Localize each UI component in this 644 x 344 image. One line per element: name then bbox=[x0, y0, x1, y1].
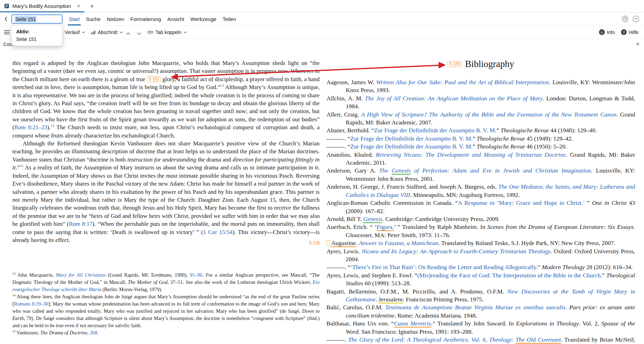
prev-page-button[interactable]: ‹ bbox=[623, 334, 625, 343]
menu-ansicht[interactable]: Ansicht bbox=[167, 12, 184, 25]
footnote-ref: 13 bbox=[12, 272, 15, 275]
link[interactable]: A High View of Scripture? The Authority … bbox=[361, 111, 616, 118]
text-run: The Drama of Doctrine bbox=[40, 330, 87, 335]
menu-suche[interactable]: Suche bbox=[86, 12, 101, 25]
text-run: Allchin, A. M. bbox=[326, 95, 365, 102]
toolbar-right-icons bbox=[622, 15, 639, 22]
text-run: Augustine bbox=[331, 240, 356, 246]
tab-link-dropdown[interactable]: Tab koppeln bbox=[147, 25, 187, 39]
link[interactable]: Nicaea and Its Legacy: An Approach to Fo… bbox=[362, 248, 550, 255]
link[interactable]: of Perfection: Adam and Eve in Jewish an… bbox=[411, 167, 591, 174]
bibliography-entry: Allert, Craig. A High View of Scripture?… bbox=[326, 111, 635, 127]
link[interactable]: (Mis)reading the Face of God: The Interp… bbox=[417, 272, 601, 279]
section-header-row: Conclusion × bbox=[0, 39, 644, 48]
tab-close-icon[interactable]: × bbox=[77, 3, 80, 9]
text-run: 60 (1999): 513–28. bbox=[363, 280, 411, 287]
link[interactable]: 268 bbox=[90, 330, 97, 335]
link[interactable]: Mary for All Christians bbox=[56, 272, 106, 278]
link[interactable]: Rom 8:17 bbox=[69, 221, 92, 227]
book-page: this regard is adopted by the Anglican t… bbox=[0, 48, 644, 344]
text-run: Vanhoozer, bbox=[15, 330, 40, 335]
link[interactable]: Genesis bbox=[363, 215, 382, 222]
text-run: Altaner, Berthold. “ bbox=[326, 127, 374, 134]
sync-icon[interactable] bbox=[622, 15, 629, 22]
text-run: ). bbox=[47, 124, 51, 131]
next-section-button[interactable] bbox=[137, 31, 141, 36]
text-run: 28 (2012): 616–34. bbox=[585, 264, 633, 270]
bars-icon bbox=[91, 30, 96, 35]
text-run: . Minneapolis, MN: Augsburg Fortress, 19… bbox=[410, 191, 520, 198]
collapse-toolbar-icon[interactable] bbox=[632, 15, 639, 22]
dropdown-item[interactable]: Seite 151 bbox=[12, 35, 62, 43]
footnote-ref[interactable]: 13 bbox=[220, 84, 224, 88]
footnote-ref[interactable]: 14 bbox=[51, 124, 54, 128]
link[interactable]: 1 Cor 15:54 bbox=[203, 229, 233, 235]
footnote: 14 Along these lines, the Anglican theol… bbox=[12, 293, 320, 329]
text-run: ———. “ bbox=[326, 135, 350, 142]
text-run: .” bbox=[15, 164, 20, 171]
page-marker[interactable]: S 225 bbox=[448, 61, 462, 67]
text-run: instruction for understanding bbox=[127, 156, 196, 163]
link[interactable]: Romans 8:29–30 bbox=[14, 301, 48, 307]
text-run: . bbox=[97, 330, 99, 335]
menu-start[interactable]: Start bbox=[69, 12, 80, 25]
back-button[interactable] bbox=[4, 16, 8, 23]
link[interactable]: Answer to Faustus, a Manichean bbox=[359, 240, 438, 246]
bibliography-entry: ———. “Zur Frage der Definibilität der As… bbox=[326, 135, 635, 143]
chevron-down-icon bbox=[82, 31, 85, 33]
link[interactable]: The Old Covenant bbox=[516, 336, 561, 343]
section-label: Abschnitt bbox=[98, 30, 118, 35]
link[interactable]: Casta Meretrix bbox=[394, 320, 431, 327]
bibliography-entry: Auerbach, Erich. “ ‘Figura.’ ” Translate… bbox=[326, 223, 635, 239]
previous-section-button[interactable] bbox=[126, 31, 130, 36]
bibliography-list: Aageson, James W. Written Also for Our S… bbox=[326, 78, 635, 344]
footnote-ref[interactable]: 15 bbox=[20, 164, 23, 168]
link[interactable]: Genesis bbox=[392, 167, 411, 174]
menu-notizen[interactable]: Notizen bbox=[107, 12, 124, 25]
link[interactable]: Written Also for Our Sake: Paul and the … bbox=[376, 79, 549, 86]
next-page-button[interactable]: › bbox=[632, 334, 635, 343]
link-icon bbox=[147, 29, 153, 35]
text-run: ]; Mary the woman whose predestination h… bbox=[12, 301, 320, 314]
link[interactable]: Zur Frage der Definibilität der Assumpti… bbox=[350, 135, 473, 142]
page-marker[interactable]: S 152 bbox=[147, 76, 161, 82]
document-tab[interactable]: Mary’s Bodily Assumption × bbox=[0, 0, 84, 12]
table-of-contents-icon[interactable] bbox=[4, 30, 10, 35]
bibliography-entry: ———. “Zur Frage der Definibilität der As… bbox=[326, 143, 635, 151]
link[interactable]: Figura. bbox=[377, 223, 394, 230]
menu-formatierung[interactable]: Formatierung bbox=[130, 12, 161, 25]
help-button[interactable]: ? Hilfe bbox=[621, 25, 638, 39]
link[interactable]: The Glory of the Lord: A Theological Aes… bbox=[348, 336, 516, 343]
link[interactable]: Rom 8:21–23 bbox=[14, 124, 47, 131]
locator-value: Seite 151 bbox=[15, 16, 36, 22]
link[interactable]: Zur Frage der Definibilität der Assumpti… bbox=[350, 143, 473, 150]
text-run: (Berlin: Morus-Verlag, 1979). bbox=[101, 287, 162, 292]
text-run: : Franciscan Printing Press, 1975. bbox=[402, 296, 483, 303]
text-run: John Macquarrie, bbox=[15, 272, 56, 278]
link[interactable]: Retrieving Nicaea: The Development and M… bbox=[376, 151, 566, 158]
link[interactable]: Zur Frage der Definibilität der Assumpti… bbox=[374, 127, 496, 134]
page-marker[interactable]: S 226 bbox=[326, 240, 330, 246]
panel-close-icon[interactable]: × bbox=[636, 41, 640, 48]
link[interactable]: ‘There’s Fire in That Rain’: On Reading … bbox=[350, 264, 536, 270]
page-left-column: this regard is adopted by the Anglican t… bbox=[12, 59, 320, 244]
text-run: Theologische Revue bbox=[477, 143, 525, 150]
menu-teilen[interactable]: Teilen bbox=[223, 12, 236, 25]
app-window: { "tab_bar": { "tab_title": "Mary’s Bodi… bbox=[0, 0, 644, 344]
link[interactable]: A Response to ‘Mary: Grace and Hope in C… bbox=[458, 199, 584, 206]
link[interactable]: Testimonia de Assumptione Beatae Virgini… bbox=[385, 304, 566, 311]
bibliography-entry: Altaner, Berthold. “Zur Frage der Defini… bbox=[326, 126, 635, 134]
new-tab-button[interactable]: + bbox=[90, 2, 94, 10]
text-run: ———. bbox=[326, 336, 348, 343]
link[interactable]: The bbox=[379, 167, 391, 174]
info-button[interactable]: i Info bbox=[599, 25, 615, 39]
text-run: . bbox=[356, 240, 359, 246]
locator-input[interactable]: Seite 151 bbox=[11, 14, 63, 24]
text-run: Theologische Revue bbox=[501, 127, 549, 134]
link[interactable]: The Joy of All Creation: An Anglican Med… bbox=[365, 95, 543, 102]
info-icon: i bbox=[599, 29, 605, 35]
menu-werkzeuge[interactable]: Werkzeuge bbox=[191, 12, 217, 25]
section-dropdown[interactable]: Abschnitt bbox=[91, 25, 123, 39]
link[interactable]: 95–96 bbox=[190, 272, 202, 278]
tab-title: Mary’s Bodily Assumption bbox=[12, 3, 71, 9]
